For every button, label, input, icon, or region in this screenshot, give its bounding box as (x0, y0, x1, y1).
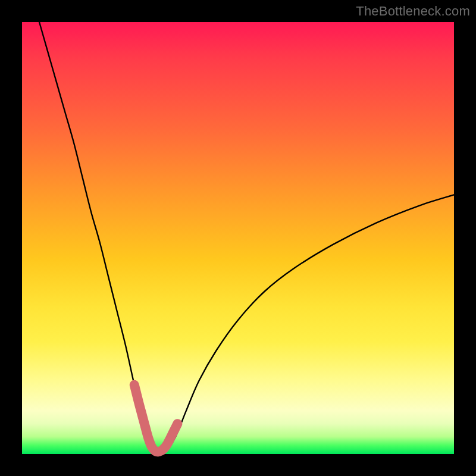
bottleneck-curve (39, 22, 454, 452)
chart-frame: TheBottleneck.com (0, 0, 476, 476)
chart-svg (22, 22, 454, 454)
highlight-curve (134, 385, 178, 452)
watermark-label: TheBottleneck.com (356, 4, 470, 19)
plot-area (22, 22, 454, 454)
